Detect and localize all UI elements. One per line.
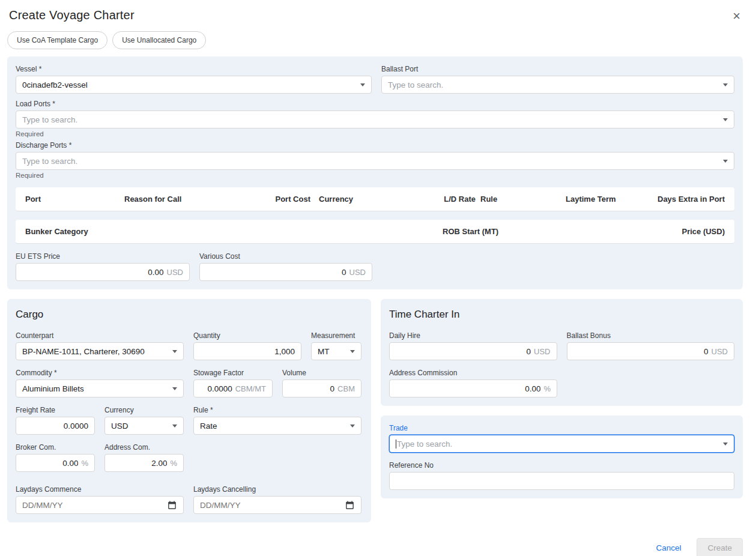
commodity-field: Commodity * Aluminium Billets: [16, 369, 184, 397]
right-column: Time Charter In Daily Hire USD Ballast B…: [381, 299, 743, 498]
ballast-port-placeholder: Type to search.: [388, 80, 718, 89]
various-cost-value[interactable]: [206, 268, 346, 277]
create-button[interactable]: Create: [697, 538, 743, 556]
ballast-port-label: Ballast Port: [381, 65, 734, 73]
cancel-button[interactable]: Cancel: [656, 543, 681, 552]
quantity-value[interactable]: [200, 347, 295, 356]
counterpart-label: Counterpart: [16, 331, 184, 340]
vessel-select[interactable]: 0cinadefb2-vessel: [16, 76, 372, 94]
time-charter-in-panel: Time Charter In Daily Hire USD Ballast B…: [381, 299, 743, 406]
load-ports-select[interactable]: Type to search.: [16, 110, 734, 128]
stowage-factor-label: Stowage Factor: [193, 369, 273, 377]
ballast-bonus-value[interactable]: [573, 347, 709, 356]
daily-hire-unit: USD: [534, 347, 550, 356]
daily-hire-value[interactable]: [396, 347, 531, 356]
reference-no-label: Reference No: [389, 461, 734, 470]
commodity-label: Commodity *: [16, 369, 184, 377]
discharge-ports-field: Discharge Ports * Type to search. Requir…: [16, 141, 734, 179]
use-coa-template-cargo-button[interactable]: Use CoA Template Cargo: [7, 31, 107, 49]
eu-ets-price-field: EU ETS Price USD: [16, 252, 190, 281]
vessel-field: Vessel * 0cinadefb2-vessel: [16, 65, 372, 94]
stowage-factor-field: Stowage Factor CBM/MT: [193, 369, 273, 397]
laydays-cancelling-value[interactable]: [200, 501, 340, 510]
address-commission-field: Address Commission %: [389, 369, 557, 397]
chevron-down-icon: [723, 160, 728, 163]
ballast-bonus-unit: USD: [712, 347, 728, 356]
address-commission-input[interactable]: %: [389, 379, 557, 397]
col-header-rule: Rule: [476, 195, 566, 204]
chevron-down-icon: [723, 443, 728, 446]
volume-unit: CBM: [337, 384, 355, 393]
vessel-value: 0cinadefb2-vessel: [22, 80, 355, 89]
laydays-cancelling-input[interactable]: [193, 496, 361, 514]
various-cost-input[interactable]: USD: [199, 263, 372, 281]
freight-rate-value[interactable]: [22, 422, 88, 431]
cargo-panel: Cargo Counterpart BP-NAME-1011, Chartere…: [7, 299, 371, 522]
rule-select[interactable]: Rate: [193, 417, 361, 435]
ballast-bonus-field: Ballast Bonus USD: [567, 331, 735, 360]
chevron-down-icon: [723, 83, 728, 86]
measurement-select[interactable]: MT: [311, 342, 361, 360]
eu-ets-price-label: EU ETS Price: [16, 252, 190, 261]
address-commission-label: Address Commission: [389, 369, 557, 377]
volume-value[interactable]: [289, 384, 334, 393]
address-com-value[interactable]: [111, 459, 167, 468]
eu-ets-price-value[interactable]: [22, 268, 164, 277]
chevron-down-icon: [172, 387, 177, 390]
address-commission-value[interactable]: [396, 384, 540, 393]
ballast-bonus-input[interactable]: USD: [567, 342, 735, 360]
discharge-ports-label: Discharge Ports *: [16, 141, 734, 150]
currency-value: USD: [111, 422, 168, 431]
volume-input[interactable]: CBM: [282, 379, 361, 397]
commodity-select[interactable]: Aluminium Billets: [16, 379, 184, 397]
address-com-input[interactable]: %: [104, 454, 184, 472]
stowage-factor-input[interactable]: CBM/MT: [193, 379, 273, 397]
trade-panel: Trade Type to search. Reference No: [381, 415, 743, 498]
various-cost-unit: USD: [349, 268, 366, 277]
discharge-ports-select[interactable]: Type to search.: [16, 152, 734, 170]
ports-table-header: Port Reason for Call Port Cost Currency …: [16, 187, 734, 211]
discharge-ports-placeholder: Type to search.: [22, 157, 718, 166]
measurement-field: Measurement MT: [311, 331, 361, 360]
reference-no-input[interactable]: [389, 472, 734, 490]
close-icon[interactable]: ×: [730, 8, 743, 24]
broker-com-label: Broker Com.: [16, 443, 95, 452]
laydays-commence-input[interactable]: [16, 496, 184, 514]
ballast-port-field: Ballast Port Type to search.: [381, 65, 734, 94]
quantity-input[interactable]: [193, 342, 301, 360]
col-header-port-cost: Port Cost: [259, 195, 310, 204]
calendar-icon[interactable]: [345, 500, 355, 510]
laydays-commence-value[interactable]: [22, 501, 162, 510]
counterpart-select[interactable]: BP-NAME-1011, Charterer, 30690: [16, 342, 184, 360]
broker-com-input[interactable]: %: [16, 454, 95, 472]
quantity-label: Quantity: [193, 331, 301, 340]
calendar-icon[interactable]: [167, 500, 177, 510]
template-buttons-row: Use CoA Template Cargo Use Unallocated C…: [7, 31, 743, 49]
freight-rate-input[interactable]: [16, 417, 95, 435]
broker-com-unit: %: [81, 459, 88, 468]
dialog-actions: Cancel Create: [7, 538, 743, 556]
stowage-factor-value[interactable]: [200, 384, 232, 393]
rule-field: Rule * Rate: [193, 406, 361, 435]
laydays-cancelling-field: Laydays Cancelling: [193, 485, 361, 514]
ballast-port-select[interactable]: Type to search.: [381, 76, 734, 94]
trade-select[interactable]: Type to search.: [389, 435, 734, 453]
dialog-header: Create Voyage Charter ×: [7, 8, 743, 24]
counterpart-field: Counterpart BP-NAME-1011, Charterer, 306…: [16, 331, 184, 360]
col-header-rob-start: ROB Start (MT): [443, 227, 682, 236]
eu-ets-price-input[interactable]: USD: [16, 263, 190, 281]
cargo-title: Cargo: [16, 309, 363, 321]
reference-no-value[interactable]: [396, 477, 728, 486]
page-title: Create Voyage Charter: [9, 8, 135, 22]
col-header-bunker-category: Bunker Category: [25, 227, 443, 236]
load-ports-required-note: Required: [16, 130, 734, 137]
col-header-ld-rate: L/D Rate: [431, 195, 476, 204]
currency-select[interactable]: USD: [104, 417, 184, 435]
use-unallocated-cargo-button[interactable]: Use Unallocated Cargo: [112, 31, 206, 49]
reference-no-field: Reference No: [389, 461, 734, 490]
daily-hire-input[interactable]: USD: [389, 342, 557, 360]
daily-hire-field: Daily Hire USD: [389, 331, 557, 360]
daily-hire-label: Daily Hire: [389, 331, 557, 340]
eu-ets-price-unit: USD: [167, 268, 183, 277]
broker-com-value[interactable]: [22, 459, 78, 468]
